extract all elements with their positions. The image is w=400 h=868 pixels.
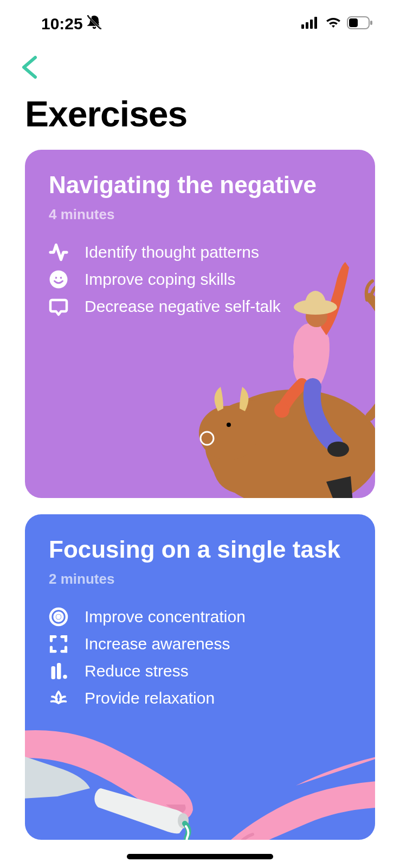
card-title: Focusing on a single task bbox=[49, 536, 351, 563]
status-bar: 10:25 bbox=[0, 0, 400, 38]
svg-rect-4 bbox=[310, 20, 313, 29]
chevron-left-icon bbox=[21, 54, 40, 80]
lotus-icon bbox=[49, 688, 68, 708]
bars-icon bbox=[49, 661, 68, 681]
svg-rect-8 bbox=[349, 18, 358, 27]
page-title: Exercises bbox=[0, 82, 400, 150]
benefit-text: Provide relaxation bbox=[85, 689, 215, 707]
status-time: 10:25 bbox=[41, 15, 83, 33]
activity-icon bbox=[49, 242, 68, 262]
card-duration: 4 minutes bbox=[49, 206, 351, 223]
expand-icon bbox=[49, 634, 68, 654]
exercise-card-focusing-single-task[interactable]: Focusing on a single task 2 minutes Impr… bbox=[25, 514, 375, 840]
svg-rect-5 bbox=[314, 17, 317, 29]
svg-point-15 bbox=[327, 442, 349, 457]
smile-icon bbox=[49, 270, 68, 289]
svg-point-11 bbox=[199, 406, 259, 460]
card-duration: 2 minutes bbox=[49, 571, 351, 588]
benefit-text: Reduce stress bbox=[85, 662, 189, 680]
chat-icon bbox=[49, 297, 68, 316]
benefit-item: Increase awareness bbox=[49, 634, 351, 654]
benefit-text: Improve coping skills bbox=[85, 270, 235, 289]
signal-icon bbox=[301, 17, 320, 31]
card-title: Navigating the negative bbox=[49, 171, 351, 199]
svg-rect-22 bbox=[57, 663, 61, 679]
target-icon bbox=[49, 607, 68, 627]
benefits-list: Identify thought patterns Improve coping… bbox=[49, 242, 351, 316]
svg-rect-2 bbox=[301, 24, 304, 29]
svg-rect-21 bbox=[51, 666, 56, 679]
status-bar-left: 10:25 bbox=[41, 15, 101, 33]
status-bar-right bbox=[301, 16, 373, 31]
wifi-icon bbox=[325, 17, 341, 31]
back-button[interactable] bbox=[0, 38, 40, 82]
svg-point-23 bbox=[63, 675, 67, 679]
cards-container: Navigating the negative 4 minutes Identi… bbox=[0, 150, 400, 840]
svg-point-12 bbox=[227, 423, 231, 427]
svg-point-9 bbox=[50, 271, 68, 289]
benefit-text: Increase awareness bbox=[85, 635, 230, 653]
battery-icon bbox=[347, 16, 373, 31]
benefit-item: Provide relaxation bbox=[49, 688, 351, 708]
svg-point-20 bbox=[57, 616, 60, 618]
svg-rect-3 bbox=[306, 22, 308, 29]
home-indicator[interactable] bbox=[127, 854, 273, 859]
bell-slash-icon bbox=[87, 15, 101, 33]
benefit-item: Improve concentration bbox=[49, 607, 351, 627]
benefit-text: Identify thought patterns bbox=[85, 243, 259, 261]
card-illustration bbox=[25, 699, 375, 840]
svg-point-14 bbox=[274, 403, 289, 418]
benefit-item: Identify thought patterns bbox=[49, 242, 351, 262]
benefit-item: Decrease negative self-talk bbox=[49, 297, 351, 316]
benefits-list: Improve concentration Increase awareness bbox=[49, 607, 351, 708]
exercise-card-navigating-negative[interactable]: Navigating the negative 4 minutes Identi… bbox=[25, 150, 375, 498]
benefit-item: Reduce stress bbox=[49, 661, 351, 681]
benefit-text: Decrease negative self-talk bbox=[85, 297, 281, 316]
svg-rect-7 bbox=[370, 21, 372, 25]
benefit-item: Improve coping skills bbox=[49, 270, 351, 289]
benefit-text: Improve concentration bbox=[85, 608, 246, 626]
